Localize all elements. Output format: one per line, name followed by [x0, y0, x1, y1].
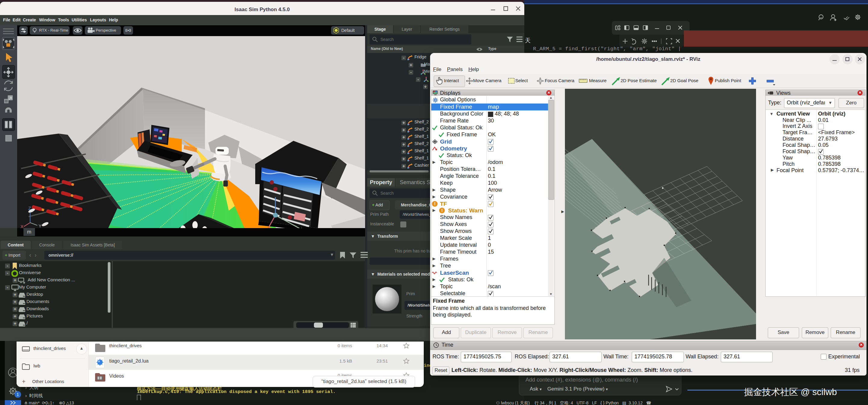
svg-text:X: X: [21, 224, 24, 228]
svg-text:Z: Z: [28, 206, 31, 211]
svg-text:Y: Y: [38, 223, 41, 228]
